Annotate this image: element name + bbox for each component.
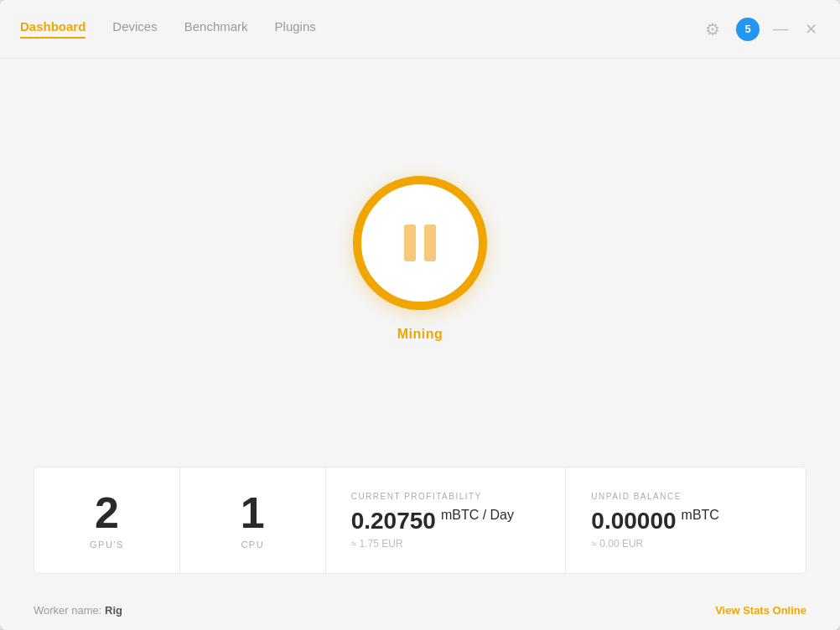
tab-plugins[interactable]: Plugins xyxy=(275,19,316,39)
window-controls: ⚙ 5 — ✕ xyxy=(701,18,820,41)
cpu-stat-section: 1 CPU xyxy=(180,467,326,573)
view-stats-link[interactable]: View Stats Online xyxy=(715,604,806,617)
mining-toggle-button[interactable] xyxy=(353,176,487,310)
settings-icon[interactable]: ⚙ xyxy=(701,18,724,41)
balance-section: UNPAID BALANCE 0.00000 mBTC ≈ 0.00 EUR xyxy=(566,467,806,573)
balance-eur: ≈ 0.00 EUR xyxy=(591,538,643,550)
footer: Worker name: Rig View Stats Online xyxy=(0,591,840,630)
main-content: Mining 2 GPU'S 1 CPU CURRENT PROFITABILI… xyxy=(0,59,840,591)
tab-devices[interactable]: Devices xyxy=(112,19,157,39)
gpu-stat-section: 2 GPU'S xyxy=(34,467,180,573)
profitability-eur: ≈ 1.75 EUR xyxy=(351,538,403,550)
gpu-count: 2 xyxy=(95,491,119,534)
profitability-value: 0.20750 xyxy=(351,508,436,534)
worker-name-label: Worker name: Rig xyxy=(34,604,122,617)
balance-title: UNPAID BALANCE xyxy=(591,492,682,501)
profitability-section: CURRENT PROFITABILITY 0.20750 mBTC / Day… xyxy=(326,467,567,573)
tab-benchmark[interactable]: Benchmark xyxy=(184,19,248,39)
app-window: Dashboard Devices Benchmark Plugins ⚙ 5 … xyxy=(0,0,840,630)
nav-tabs: Dashboard Devices Benchmark Plugins xyxy=(20,19,701,39)
cpu-label: CPU xyxy=(241,540,264,550)
stats-card: 2 GPU'S 1 CPU CURRENT PROFITABILITY 0.20… xyxy=(34,467,806,574)
balance-value: 0.00000 xyxy=(591,508,676,534)
profitability-title: CURRENT PROFITABILITY xyxy=(351,492,482,501)
tab-dashboard[interactable]: Dashboard xyxy=(20,19,86,39)
pause-bar-left xyxy=(404,225,416,261)
balance-unit: mBTC xyxy=(682,508,719,523)
gpu-label: GPU'S xyxy=(90,540,124,550)
nav-bar: Dashboard Devices Benchmark Plugins ⚙ 5 … xyxy=(0,0,840,59)
close-button[interactable]: ✕ xyxy=(801,20,820,39)
cpu-count: 1 xyxy=(241,491,265,534)
notification-badge[interactable]: 5 xyxy=(736,18,760,41)
worker-name-prefix: Worker name: xyxy=(34,604,105,617)
mining-section: Mining xyxy=(353,67,487,450)
mining-status-label: Mining xyxy=(397,327,443,342)
pause-bar-right xyxy=(424,225,436,261)
worker-name-value: Rig xyxy=(105,604,122,617)
pause-icon xyxy=(404,225,436,261)
minimize-button[interactable]: — xyxy=(771,20,790,39)
profitability-unit: mBTC / Day xyxy=(441,508,514,523)
